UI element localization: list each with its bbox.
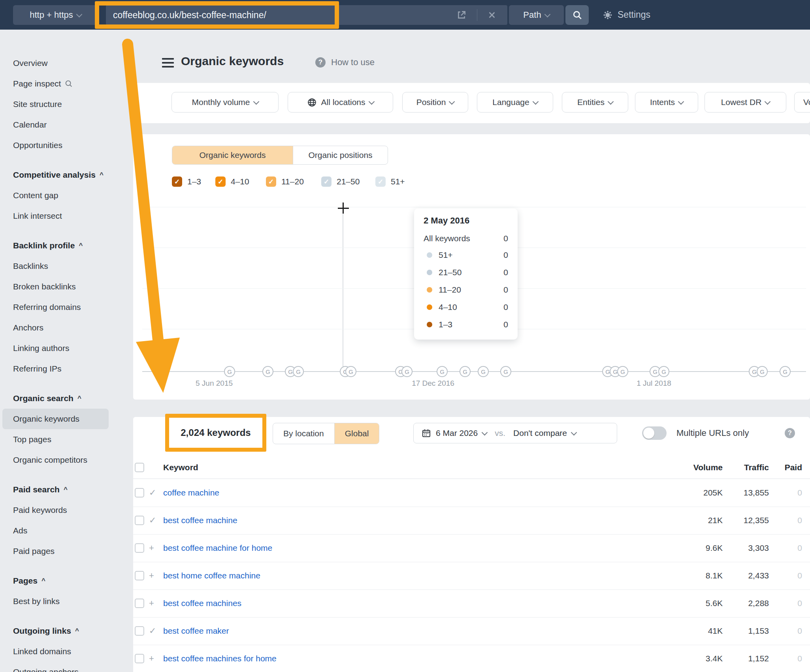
settings-button[interactable]: Settings [603, 0, 650, 30]
sidebar-item-referring-domains[interactable]: Referring domains [0, 297, 112, 317]
filter-label: Position [416, 98, 446, 107]
google-update-marker-icon[interactable]: G [293, 366, 304, 377]
mode-selector[interactable]: Path [509, 5, 564, 25]
google-update-marker-icon[interactable]: G [262, 366, 273, 377]
position-filter-11-20[interactable]: ✓ 11–20 [266, 176, 304, 187]
multiple-urls-help-icon[interactable]: ? [785, 428, 795, 438]
filter-language[interactable]: Language [477, 92, 553, 113]
clear-url-button[interactable] [488, 0, 496, 30]
position-filter-4-10[interactable]: ✓ 4–10 [215, 176, 249, 187]
sidebar-item-paid-search[interactable]: Paid search^ [0, 479, 112, 500]
google-update-marker-icon[interactable]: G [500, 366, 511, 377]
select-all-checkbox[interactable] [135, 463, 144, 472]
filter-all-locations[interactable]: All locations [288, 92, 393, 113]
sidebar-item-page-inspect[interactable]: Page inspect [0, 73, 112, 94]
google-update-marker-icon[interactable]: G [460, 366, 471, 377]
sidebar-item-opportunities[interactable]: Opportunities [0, 135, 112, 156]
keyword-link[interactable]: best coffee maker [163, 626, 229, 636]
checkbox-checked-icon[interactable]: ✓ [266, 176, 276, 187]
sidebar-item-calendar[interactable]: Calendar [0, 115, 112, 135]
google-update-marker-icon[interactable]: G [224, 366, 235, 377]
row-checkbox[interactable] [135, 571, 144, 580]
column-header-keyword[interactable]: Keyword [163, 463, 198, 472]
keyword-link[interactable]: best coffee machines for home [163, 654, 277, 663]
tab-organic-keywords[interactable]: Organic keywords [172, 146, 293, 164]
row-checkbox[interactable] [135, 488, 144, 497]
filter-intents[interactable]: Intents [635, 92, 698, 113]
sidebar-item-organic-search[interactable]: Organic search^ [0, 388, 112, 409]
google-update-marker-icon[interactable]: G [780, 366, 791, 377]
close-icon [488, 11, 496, 19]
sidebar-item-backlinks[interactable]: Backlinks [0, 256, 112, 276]
keyword-link[interactable]: coffee machine [163, 488, 219, 497]
sidebar-item-referring-ips[interactable]: Referring IPs [0, 359, 112, 379]
tooltip-row-1-3: 1–3 0 [424, 316, 508, 333]
sidebar-item-paid-pages[interactable]: Paid pages [0, 541, 112, 561]
table-row: + best coffee machines 5.6K 2,288 0 [133, 589, 810, 618]
sidebar-item-ads[interactable]: Ads [0, 520, 112, 541]
google-update-marker-icon[interactable]: G [757, 366, 768, 377]
table-row: ✓ best coffee maker 41K 1,153 0 [133, 617, 810, 645]
sidebar-item-broken-backlinks[interactable]: Broken backlinks [0, 276, 112, 297]
row-checkbox[interactable] [135, 543, 144, 553]
checkbox-unchecked-icon[interactable]: ✓ [375, 176, 386, 187]
filter-lowest-dr[interactable]: Lowest DR [705, 92, 786, 113]
keyword-link[interactable]: best coffee machine [163, 516, 237, 525]
google-update-marker-icon[interactable]: G [437, 366, 448, 377]
column-header-traffic[interactable]: Traffic [714, 463, 769, 472]
how-to-use-link[interactable]: ? How to use [315, 57, 375, 68]
row-checkbox[interactable] [135, 599, 144, 608]
google-update-marker-icon[interactable]: G [658, 366, 669, 377]
sidebar-item-competitive-analysis[interactable]: Competitive analysis^ [0, 165, 112, 185]
position-filter-21-50[interactable]: ✓ 21–50 [321, 176, 360, 187]
sidebar-item-outgoing-anchors[interactable]: Outgoing anchors [0, 662, 112, 672]
position-filter-1-3[interactable]: ✓ 1–3 [172, 176, 201, 187]
sidebar-item-link-intersect[interactable]: Link intersect [0, 206, 112, 226]
filter-entities[interactable]: Entities [562, 92, 628, 113]
multiple-urls-toggle[interactable] [642, 426, 667, 440]
by-location-button[interactable]: By location [273, 423, 335, 444]
column-header-volume[interactable]: Volume [636, 463, 723, 472]
filter-monthly-volume[interactable]: Monthly volume [171, 92, 279, 113]
sidebar-item-outgoing-links[interactable]: Outgoing links^ [0, 621, 112, 641]
sidebar-item-overview[interactable]: Overview [0, 53, 112, 73]
row-checkbox[interactable] [135, 516, 144, 525]
google-update-marker-icon[interactable]: G [478, 366, 489, 377]
sidebar-item-content-gap[interactable]: Content gap [0, 185, 112, 206]
sidebar-item-linking-authors[interactable]: Linking authors [0, 338, 112, 359]
tab-organic-positions[interactable]: Organic positions [293, 146, 388, 164]
sidebar-item-site-structure[interactable]: Site structure [0, 94, 112, 115]
sidebar-item-label: Opportunities [13, 141, 62, 150]
row-checkbox[interactable] [135, 654, 144, 663]
keyword-link[interactable]: best coffee machines [163, 599, 241, 608]
filter-position[interactable]: Position [402, 92, 468, 113]
position-filter-51plus[interactable]: ✓ 51+ [375, 176, 405, 187]
google-update-marker-icon[interactable]: G [401, 366, 413, 377]
open-in-new-tab-button[interactable] [456, 0, 467, 30]
keyword-link[interactable]: best home coffee machine [163, 571, 260, 580]
sidebar-item-top-pages[interactable]: Top pages [0, 429, 112, 450]
sidebar-item-organic-keywords[interactable]: Organic keywords [2, 409, 109, 429]
filter-cut-off[interactable]: Vo [794, 92, 810, 113]
sidebar-item-anchors[interactable]: Anchors [0, 317, 112, 338]
checkbox-checked-icon[interactable]: ✓ [172, 176, 182, 187]
sidebar-item-backlink-profile[interactable]: Backlink profile^ [0, 235, 112, 256]
search-button[interactable] [565, 5, 589, 25]
checkbox-checked-icon[interactable]: ✓ [215, 176, 226, 187]
sidebar-item-pages[interactable]: Pages^ [0, 571, 112, 591]
row-checkbox[interactable] [135, 626, 144, 636]
sidebar-item-linked-domains[interactable]: Linked domains [0, 641, 112, 662]
google-update-marker-icon[interactable]: G [617, 366, 628, 377]
keyword-link[interactable]: best coffee machine for home [163, 543, 272, 553]
tooltip-label: All keywords [424, 234, 470, 243]
protocol-selector[interactable]: http + https [13, 5, 98, 25]
column-header-paid[interactable]: Paid [770, 463, 802, 472]
global-button[interactable]: Global [335, 423, 379, 444]
sidebar-item-organic-competitors[interactable]: Organic competitors [0, 450, 112, 470]
sidebar-item-paid-keywords[interactable]: Paid keywords [0, 500, 112, 520]
date-compare-control[interactable]: 6 Mar 2026 vs. Don't compare [413, 423, 617, 443]
sidebar-item-best-by-links[interactable]: Best by links [0, 591, 112, 612]
google-update-marker-icon[interactable]: G [345, 366, 356, 377]
menu-toggle-button[interactable] [162, 58, 174, 68]
checkbox-unchecked-icon[interactable]: ✓ [321, 176, 332, 187]
